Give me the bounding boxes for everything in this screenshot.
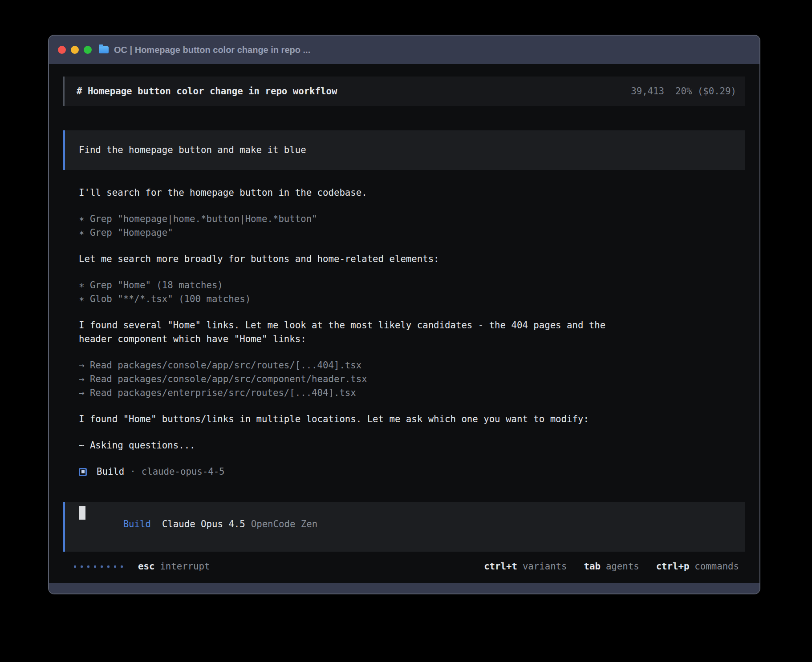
agent-model-row: Build · claude-opus-4-5: [79, 465, 745, 479]
interrupt-hint: escinterrupt: [138, 560, 210, 573]
assistant-text: Let me search more broadly for buttons a…: [79, 252, 745, 266]
shortcut-commands: ctrl+pcommands: [656, 560, 739, 573]
traffic-lights: [58, 46, 92, 54]
tool-call-grep: ∗ Grep "Homepage": [79, 226, 745, 240]
assistant-text: I found "Home" buttons/links in multiple…: [79, 412, 745, 426]
zoom-button[interactable]: [84, 46, 92, 54]
minimize-button[interactable]: [71, 46, 79, 54]
terminal-window: OC | Homepage button color change in rep…: [48, 35, 760, 594]
assistant-output: I'll search for the homepage button in t…: [63, 186, 745, 479]
tool-call-glob: ∗ Glob "**/*.tsx" (100 matches): [79, 292, 745, 306]
status-bar-left: escinterrupt: [74, 560, 210, 573]
prompt-input[interactable]: BuildClaude Opus 4.5OpenCode Zen: [63, 502, 745, 552]
input-agent-label[interactable]: Build: [123, 519, 151, 529]
tool-call-read: → Read packages/console/app/src/routes/[…: [79, 359, 745, 372]
agent-icon: [79, 468, 87, 476]
assistant-status: ~ Asking questions...: [79, 439, 745, 452]
session-header: # Homepage button color change in repo w…: [63, 77, 745, 106]
shortcut-agents: tabagents: [584, 560, 639, 573]
input-model-label[interactable]: Claude Opus 4.5: [162, 519, 245, 529]
input-provider-label: OpenCode Zen: [251, 519, 317, 529]
interrupt-label: interrupt: [160, 561, 210, 572]
separator-dot: ·: [130, 465, 135, 479]
folder-icon: [99, 46, 109, 53]
user-message-text: Find the homepage button and make it blu…: [79, 143, 306, 157]
title-bar: OC | Homepage button color change in rep…: [49, 36, 759, 64]
assistant-text: I'll search for the homepage button in t…: [79, 186, 745, 200]
context-usage: 20% ($0.29): [675, 86, 736, 97]
agent-name: Build: [97, 465, 124, 479]
session-stats: 39,41320% ($0.29): [631, 85, 736, 98]
esc-key: esc: [138, 561, 154, 572]
window-bottom-chrome: [49, 583, 759, 593]
assistant-text: header component which have "Home" links…: [79, 332, 745, 346]
shortcut-variants: ctrl+tvariants: [484, 560, 567, 573]
input-status-line: BuildClaude Opus 4.5OpenCode Zen: [79, 504, 317, 545]
tool-call-grep: ∗ Grep "Home" (18 matches): [79, 279, 745, 292]
assistant-text: I found several "Home" links. Let me loo…: [79, 319, 745, 332]
tool-call-read: → Read packages/console/app/src/componen…: [79, 372, 745, 386]
status-bar: escinterrupt ctrl+tvariants tabagents ct…: [63, 560, 745, 573]
terminal-content: # Homepage button color change in repo w…: [49, 64, 759, 583]
tool-call-grep: ∗ Grep "homepage|home.*button|Home.*butt…: [79, 212, 745, 226]
user-message: Find the homepage button and make it blu…: [63, 130, 745, 170]
status-bar-right: ctrl+tvariants tabagents ctrl+pcommands: [484, 560, 739, 573]
tool-call-read: → Read packages/enterprise/src/routes/[.…: [79, 386, 745, 400]
session-title: # Homepage button color change in repo w…: [77, 85, 337, 98]
spinner-dots: [74, 565, 123, 568]
token-count: 39,413: [631, 86, 664, 97]
window-title: OC | Homepage button color change in rep…: [114, 45, 310, 55]
close-button[interactable]: [58, 46, 66, 54]
model-id: claude-opus-4-5: [142, 465, 225, 479]
